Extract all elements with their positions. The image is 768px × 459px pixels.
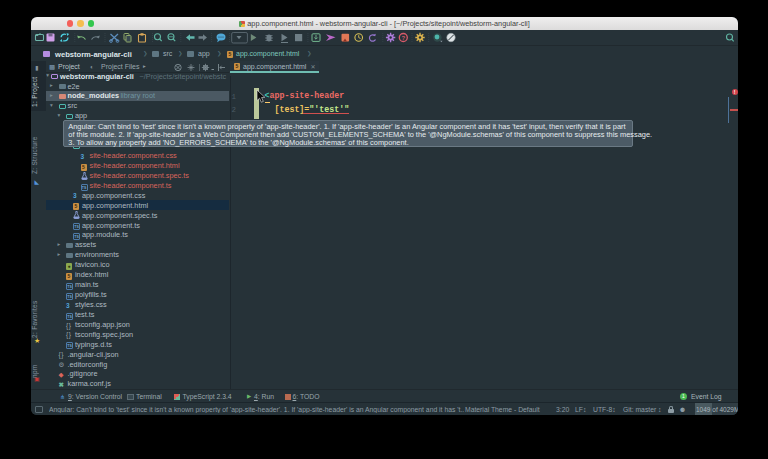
svg-text:?: ?	[401, 35, 405, 41]
